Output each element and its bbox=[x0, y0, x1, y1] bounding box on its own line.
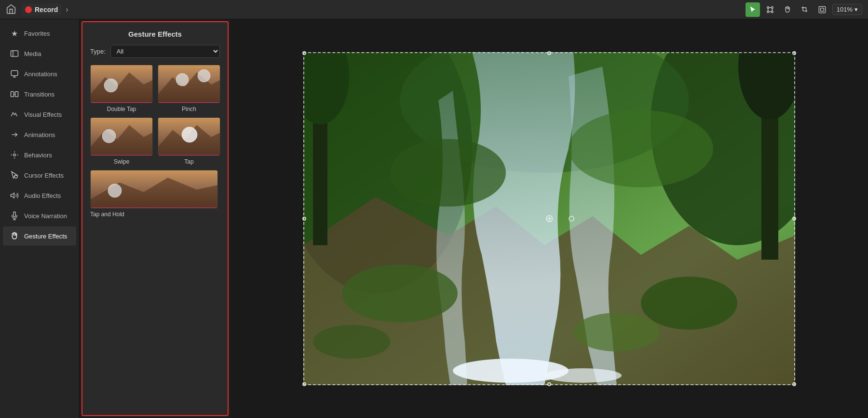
effect-thumb-swipe bbox=[90, 117, 153, 156]
sidebar-label: Behaviors bbox=[24, 152, 52, 159]
sidebar-item-voice-narration[interactable]: Voice Narration bbox=[3, 206, 76, 225]
zoom-chevron-icon: ▾ bbox=[854, 6, 858, 13]
effect-card-double-tap[interactable]: Double Tap bbox=[90, 65, 153, 112]
zoom-control[interactable]: 101% ▾ bbox=[832, 4, 862, 15]
svg-rect-10 bbox=[11, 51, 18, 56]
sidebar-label: Media bbox=[24, 50, 41, 57]
sidebar-item-cursor-effects[interactable]: Cursor Effects bbox=[3, 166, 76, 185]
sidebar-item-favorites[interactable]: ★ Favorites bbox=[3, 24, 76, 43]
effects-grid: Double Tap bbox=[90, 65, 220, 218]
home-icon[interactable] bbox=[6, 4, 17, 15]
type-filter-row: Type: All Tap Swipe Pinch bbox=[90, 45, 220, 58]
crop-tool[interactable] bbox=[798, 2, 812, 17]
effect-card-pinch[interactable]: Pinch bbox=[158, 65, 220, 112]
svg-point-55 bbox=[390, 139, 506, 207]
sidebar-item-label: Favorites bbox=[24, 30, 50, 37]
gesture-effects-panel: Gesture Effects Type: All Tap Swipe Pinc… bbox=[81, 21, 229, 416]
sidebar-label: Animations bbox=[24, 131, 55, 139]
sidebar-item-transitions[interactable]: Transitions bbox=[3, 84, 76, 104]
top-bar: Record › bbox=[0, 0, 868, 19]
type-label: Type: bbox=[90, 48, 106, 55]
gesture-effects-icon bbox=[10, 231, 19, 241]
transitions-icon bbox=[10, 89, 19, 99]
main-layout: ★ Favorites Media Annotations bbox=[0, 19, 868, 418]
svg-point-33 bbox=[182, 127, 197, 142]
sidebar-item-animations[interactable]: Animations bbox=[3, 125, 76, 144]
cursor-tool[interactable] bbox=[746, 2, 760, 17]
sidebar-label: Annotations bbox=[24, 70, 57, 78]
sidebar-item-visual-effects[interactable]: Visual Effects bbox=[3, 105, 76, 124]
type-select[interactable]: All Tap Swipe Pinch bbox=[110, 45, 220, 58]
svg-rect-26 bbox=[158, 102, 220, 103]
svg-point-29 bbox=[102, 129, 116, 143]
animations-icon bbox=[10, 130, 19, 139]
hand-tool[interactable] bbox=[780, 2, 795, 17]
svg-rect-0 bbox=[767, 7, 769, 8]
effect-thumb-tap-and-hold bbox=[90, 170, 218, 209]
nodes-tool[interactable] bbox=[763, 2, 777, 17]
voice-narration-icon bbox=[10, 211, 19, 221]
svg-point-46 bbox=[342, 265, 458, 322]
cursor-effects-icon bbox=[10, 170, 19, 180]
svg-point-54 bbox=[569, 110, 713, 187]
top-bar-left: Record › bbox=[6, 4, 68, 15]
svg-rect-3 bbox=[771, 11, 773, 12]
effect-label-tap: Tap bbox=[184, 158, 193, 165]
svg-point-45 bbox=[544, 368, 622, 383]
canvas-area: ⊕ bbox=[231, 19, 868, 418]
svg-point-49 bbox=[313, 325, 390, 359]
effect-thumb-double-tap bbox=[90, 65, 153, 103]
panel-title: Gesture Effects bbox=[90, 30, 220, 38]
canvas-content: ⊕ bbox=[303, 52, 795, 385]
annotations-icon bbox=[10, 69, 19, 79]
svg-point-15 bbox=[14, 154, 16, 156]
expand-button[interactable]: › bbox=[66, 5, 68, 14]
effect-label-swipe: Swipe bbox=[114, 158, 130, 165]
svg-point-48 bbox=[573, 313, 660, 351]
effect-card-tap[interactable]: Tap bbox=[158, 117, 220, 165]
star-icon: ★ bbox=[10, 28, 19, 38]
svg-point-24 bbox=[176, 73, 189, 86]
svg-rect-30 bbox=[91, 155, 153, 156]
sidebar-label: Cursor Effects bbox=[24, 172, 64, 179]
sidebar-label: Audio Effects bbox=[24, 192, 61, 199]
svg-rect-12 bbox=[11, 70, 18, 76]
svg-point-20 bbox=[104, 79, 118, 92]
effect-thumb-tap bbox=[158, 117, 220, 156]
svg-point-37 bbox=[108, 184, 122, 197]
canvas-image bbox=[303, 52, 795, 385]
svg-rect-21 bbox=[91, 102, 153, 103]
svg-rect-34 bbox=[158, 155, 220, 156]
svg-rect-9 bbox=[820, 8, 824, 11]
sidebar-item-media[interactable]: Media bbox=[3, 44, 76, 63]
sidebar-item-behaviors[interactable]: Behaviors bbox=[3, 145, 76, 165]
svg-rect-2 bbox=[767, 11, 769, 12]
record-label: Record bbox=[35, 6, 58, 14]
sidebar-item-gesture-effects[interactable]: Gesture Effects bbox=[3, 226, 76, 246]
svg-rect-8 bbox=[819, 6, 825, 13]
media-icon bbox=[10, 49, 19, 58]
record-dot bbox=[25, 6, 32, 13]
effect-card-tap-and-hold[interactable]: Tap and Hold bbox=[90, 170, 220, 218]
effect-label-double-tap: Double Tap bbox=[107, 106, 136, 112]
svg-rect-13 bbox=[11, 92, 14, 97]
svg-rect-1 bbox=[771, 7, 773, 8]
sidebar-item-annotations[interactable]: Annotations bbox=[3, 64, 76, 84]
frame-tool[interactable] bbox=[815, 2, 829, 17]
svg-point-47 bbox=[641, 277, 737, 330]
zoom-value: 101% bbox=[837, 6, 853, 13]
record-button[interactable]: Record bbox=[21, 4, 62, 15]
effect-label-pinch: Pinch bbox=[182, 106, 196, 112]
visual-effects-icon bbox=[10, 110, 19, 119]
sidebar-label: Gesture Effects bbox=[24, 233, 67, 240]
audio-effects-icon bbox=[10, 191, 19, 200]
svg-rect-38 bbox=[91, 208, 218, 209]
sidebar-item-audio-effects[interactable]: Audio Effects bbox=[3, 186, 76, 205]
svg-marker-17 bbox=[11, 193, 14, 198]
sidebar-label: Transitions bbox=[24, 91, 54, 98]
behaviors-icon bbox=[10, 150, 19, 160]
effect-label-tap-and-hold: Tap and Hold bbox=[90, 211, 124, 218]
sidebar-label: Voice Narration bbox=[24, 212, 67, 220]
effect-card-swipe[interactable]: Swipe bbox=[90, 117, 153, 165]
effect-thumb-pinch bbox=[158, 65, 220, 103]
